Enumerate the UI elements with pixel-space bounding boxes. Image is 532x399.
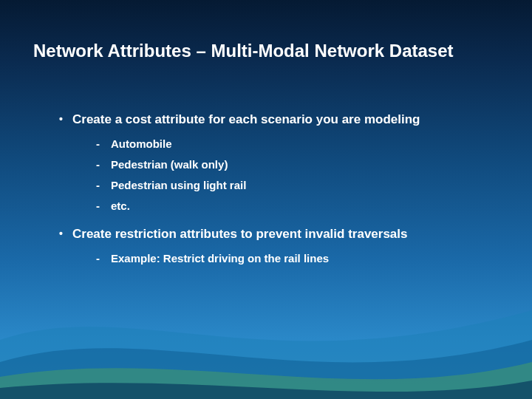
sub-text: Example: Restrict driving on the rail li…	[111, 250, 488, 266]
bullet-item: • Create a cost attribute for each scena…	[59, 111, 488, 129]
dash-icon: -	[96, 250, 111, 266]
sub-text: Pedestrian (walk only)	[111, 157, 488, 172]
slide-content: • Create a cost attribute for each scena…	[59, 111, 488, 276]
sub-text: Automobile	[111, 136, 488, 151]
slide-title: Network Attributes – Multi-Modal Network…	[33, 41, 499, 61]
sub-item: - Pedestrian (walk only)	[96, 157, 488, 172]
bullet-text: Create a cost attribute for each scenari…	[72, 111, 488, 129]
bullet-text: Create restriction attributes to prevent…	[72, 225, 488, 243]
dash-icon: -	[96, 136, 111, 151]
bullet-dot-icon: •	[59, 225, 72, 243]
sub-item: - Automobile	[96, 136, 488, 151]
dash-icon: -	[96, 177, 111, 193]
bullet-item: • Create restriction attributes to preve…	[59, 225, 488, 243]
sub-item: - Pedestrian using light rail	[96, 177, 488, 193]
sub-text: etc.	[111, 198, 488, 214]
sub-item: - etc.	[96, 198, 488, 214]
dash-icon: -	[96, 198, 111, 214]
sub-list: - Example: Restrict driving on the rail …	[96, 250, 488, 266]
bullet-dot-icon: •	[59, 111, 72, 129]
sub-item: - Example: Restrict driving on the rail …	[96, 250, 488, 266]
sub-text: Pedestrian using light rail	[111, 177, 488, 193]
dash-icon: -	[96, 157, 111, 172]
slide: Network Attributes – Multi-Modal Network…	[0, 0, 532, 399]
sub-list: - Automobile - Pedestrian (walk only) - …	[96, 136, 488, 214]
